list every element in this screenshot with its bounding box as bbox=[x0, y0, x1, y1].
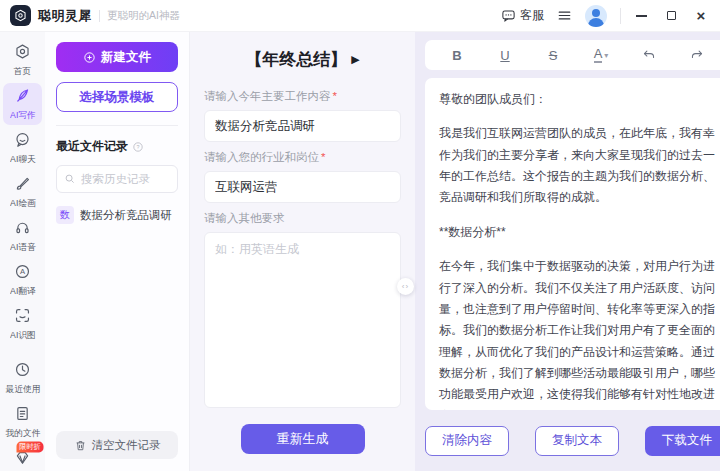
file-initial-icon: 数 bbox=[56, 206, 74, 224]
brush-icon bbox=[14, 175, 31, 196]
regenerate-button[interactable]: 重新生成 bbox=[241, 424, 365, 454]
search-icon bbox=[64, 173, 76, 185]
history-search-box bbox=[56, 165, 178, 193]
app-tagline: 更聪明的AI神器 bbox=[107, 9, 180, 23]
files-panel-divider bbox=[56, 125, 178, 126]
editor-panel: B U S A▾ 尊敬的团队成员们：我是我们互联网运营团队的成员，在此年底，我有… bbox=[415, 32, 720, 471]
help-icon[interactable]: ? bbox=[132, 141, 144, 153]
files-panel: 新建文件 选择场景模板 最近文件记录 ? 数 数据分析竞品调研 清空文件记录 bbox=[45, 32, 190, 471]
brand: 聪明灵犀 更聪明的AI神器 bbox=[10, 5, 180, 26]
document-paragraph: 在今年，我们集中于数据驱动的决策，对用户行为进行了深入的分析。我们不仅关注了用户… bbox=[439, 256, 715, 410]
required-asterisk: * bbox=[321, 151, 325, 163]
translate-icon: A bbox=[14, 263, 31, 284]
industry-input[interactable] bbox=[204, 171, 401, 203]
voice-icon bbox=[14, 219, 31, 240]
history-search-input[interactable] bbox=[81, 173, 170, 185]
field-label-work-content: 请输入今年主要工作内容* bbox=[204, 89, 401, 104]
document-paragraph: 尊敬的团队成员们： bbox=[439, 89, 715, 110]
app-window: 聪明灵犀 更聪明的AI神器 客服 × 首页 bbox=[0, 0, 720, 471]
sidebar-item-ai-image-recognition[interactable]: AI识图 bbox=[3, 303, 42, 345]
panel-collapse-handle[interactable]: ‹› bbox=[397, 278, 414, 295]
menu-button[interactable] bbox=[557, 8, 572, 23]
chat-bubble-icon bbox=[501, 8, 516, 23]
recent-file-name: 数据分析竞品调研 bbox=[80, 208, 172, 223]
chevron-down-icon: ▾ bbox=[604, 51, 608, 60]
file-icon bbox=[14, 405, 31, 426]
document-paragraph: 我是我们互联网运营团队的成员，在此年底，我有幸作为我们的主要分享者，来向大家呈现… bbox=[439, 123, 715, 208]
customer-service-button[interactable]: 客服 bbox=[501, 7, 544, 24]
hamburger-icon bbox=[557, 8, 572, 23]
maximize-icon bbox=[667, 11, 676, 20]
brand-divider bbox=[99, 10, 100, 22]
editor-toolbar: B U S A▾ bbox=[425, 40, 720, 70]
choose-template-button[interactable]: 选择场景模板 bbox=[56, 82, 178, 112]
sidebar-item-home[interactable]: 首页 bbox=[3, 39, 42, 81]
field-label-industry: 请输入您的行业和岗位* bbox=[204, 150, 401, 165]
required-asterisk: * bbox=[333, 90, 337, 102]
download-file-button[interactable]: 下载文件 bbox=[645, 426, 720, 456]
clock-icon bbox=[14, 361, 31, 382]
undo-button[interactable] bbox=[638, 44, 660, 66]
new-file-button[interactable]: 新建文件 bbox=[56, 42, 178, 72]
window-controls-divider bbox=[620, 8, 621, 24]
sidebar-item-vip[interactable]: 限时折 VIP特权 bbox=[3, 445, 42, 471]
document-paragraph: **数据分析** bbox=[439, 222, 715, 243]
template-form-panel: 【年终总结】 ▶ 请输入今年主要工作内容* 请输入您的行业和岗位* 请输入其他要… bbox=[190, 32, 415, 471]
play-triangle-icon[interactable]: ▶ bbox=[351, 53, 359, 66]
trash-icon bbox=[74, 439, 87, 452]
vip-limited-badge: 限时折 bbox=[17, 442, 44, 453]
font-color-button[interactable]: A▾ bbox=[590, 44, 612, 66]
sidebar-item-ai-writing[interactable]: AI写作 bbox=[3, 83, 42, 125]
sidebar-item-my-files[interactable]: 我的文件 bbox=[3, 401, 42, 443]
sidebar-item-ai-voice[interactable]: AI语音 bbox=[3, 215, 42, 257]
scan-icon bbox=[14, 307, 31, 328]
pen-icon bbox=[14, 87, 31, 108]
svg-text:?: ? bbox=[137, 144, 140, 150]
title-bar: 聪明灵犀 更聪明的AI神器 客服 × bbox=[0, 0, 720, 32]
recent-file-item[interactable]: 数 数据分析竞品调研 bbox=[56, 206, 178, 224]
app-name: 聪明灵犀 bbox=[38, 7, 92, 25]
chat-icon bbox=[14, 131, 31, 152]
sidebar-item-recent[interactable]: 最近使用 bbox=[3, 357, 42, 399]
redo-icon bbox=[690, 48, 704, 62]
maximize-button[interactable] bbox=[664, 9, 678, 23]
minimize-button[interactable] bbox=[634, 9, 648, 23]
redo-button[interactable] bbox=[686, 44, 708, 66]
template-title: 【年终总结】 bbox=[245, 48, 347, 71]
sidebar-nav: 首页 AI写作 AI聊天 AI绘画 AI语音 A AI翻译 bbox=[0, 32, 45, 471]
clear-content-button[interactable]: 清除内容 bbox=[425, 426, 509, 456]
recent-files-title: 最近文件记录 bbox=[56, 138, 128, 155]
strikethrough-button[interactable]: S bbox=[542, 44, 564, 66]
field-label-other-requirements: 请输入其他要求 bbox=[204, 211, 401, 226]
copy-text-button[interactable]: 复制文本 bbox=[535, 426, 619, 456]
underline-button[interactable]: U bbox=[494, 44, 516, 66]
customer-service-label: 客服 bbox=[520, 7, 544, 24]
bold-button[interactable]: B bbox=[446, 44, 468, 66]
user-avatar[interactable] bbox=[585, 5, 607, 27]
plus-circle-icon bbox=[83, 51, 96, 64]
work-content-input[interactable] bbox=[204, 110, 401, 142]
home-icon bbox=[14, 43, 31, 64]
sidebar-item-ai-translate[interactable]: A AI翻译 bbox=[3, 259, 42, 301]
undo-icon bbox=[642, 48, 656, 62]
editor-actions: 清除内容 复制文本 下载文件 bbox=[425, 410, 720, 471]
app-logo-icon bbox=[10, 5, 31, 26]
sidebar-item-ai-paint[interactable]: AI绘画 bbox=[3, 171, 42, 213]
minimize-icon bbox=[636, 15, 647, 17]
clear-history-button[interactable]: 清空文件记录 bbox=[56, 431, 178, 459]
sidebar-item-ai-chat[interactable]: AI聊天 bbox=[3, 127, 42, 169]
other-requirements-textarea[interactable] bbox=[204, 232, 401, 408]
svg-text:A: A bbox=[20, 267, 26, 276]
close-button[interactable]: × bbox=[694, 9, 708, 23]
generated-document[interactable]: 尊敬的团队成员们：我是我们互联网运营团队的成员，在此年底，我有幸作为我们的主要分… bbox=[425, 78, 720, 410]
